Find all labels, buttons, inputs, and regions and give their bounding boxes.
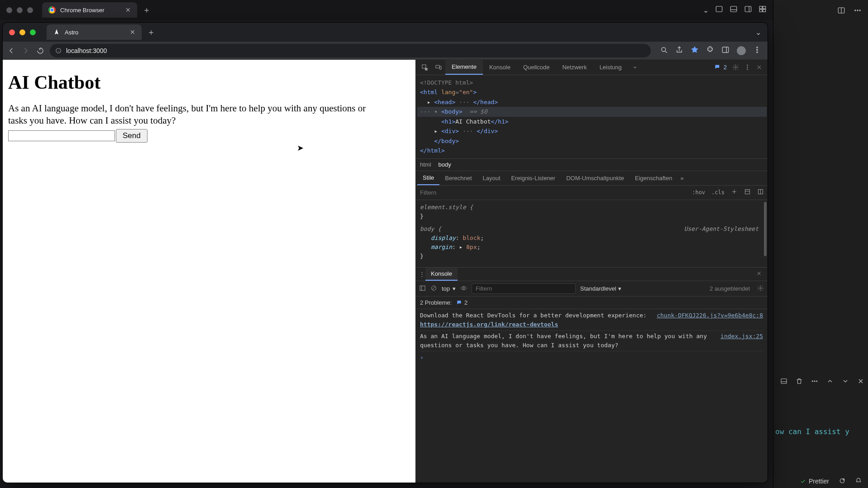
- editor-more-icon[interactable]: [854, 6, 862, 16]
- console-prompt[interactable]: ›: [420, 351, 763, 364]
- console-problems-bar[interactable]: 2 Probleme: 2: [415, 297, 768, 309]
- styles-computed-toggle-icon[interactable]: [757, 188, 764, 196]
- profile-avatar[interactable]: [737, 46, 746, 55]
- share-icon[interactable]: [675, 46, 683, 56]
- chat-input[interactable]: [8, 130, 115, 141]
- styles-subtabs: Stile Berechnet Layout Ereignis-Listener…: [415, 171, 768, 186]
- tab-performance[interactable]: Leistung: [593, 60, 628, 75]
- window-close-dot[interactable]: [9, 29, 15, 35]
- bookmark-star-icon[interactable]: [691, 46, 699, 56]
- outer-new-tab-button[interactable]: ＋: [143, 5, 151, 15]
- dom-breadcrumbs[interactable]: html body: [415, 158, 768, 171]
- new-style-rule-icon[interactable]: [731, 188, 738, 196]
- devtools-kebab-icon[interactable]: [741, 64, 753, 71]
- window-max-dot[interactable]: [30, 29, 36, 35]
- drawer-tab-console[interactable]: Konsole: [425, 268, 458, 281]
- hov-toggle[interactable]: :hov: [692, 189, 705, 196]
- tab-elements[interactable]: Elemente: [445, 60, 483, 75]
- log-source-link[interactable]: index.jsx:25: [720, 332, 763, 341]
- styles-filter-input[interactable]: [419, 189, 686, 196]
- subtab-properties[interactable]: Eigenschaften: [630, 171, 677, 185]
- console-level-select[interactable]: Standardlevel▾: [580, 285, 621, 292]
- address-bar[interactable]: localhost:3000: [50, 44, 651, 57]
- editor-split-icon[interactable]: [837, 6, 845, 16]
- issues-indicator[interactable]: 2: [714, 64, 727, 71]
- console-filter-input[interactable]: [472, 283, 576, 294]
- layout-icon-1[interactable]: [715, 5, 723, 15]
- tabs-overflow-icon[interactable]: [628, 64, 642, 71]
- console-sidebar-icon[interactable]: [419, 285, 426, 293]
- log-source-link[interactable]: chunk-DFKQJ226.js?v=9e6b4e8c:8: [657, 311, 763, 320]
- subtab-layout[interactable]: Layout: [477, 171, 506, 185]
- styles-panel-icon[interactable]: [744, 188, 751, 196]
- crumb-body[interactable]: body: [439, 161, 451, 168]
- outer-min-dot[interactable]: [17, 7, 23, 13]
- editor-panel-icon[interactable]: [780, 378, 787, 386]
- feedback-icon[interactable]: [839, 478, 845, 485]
- problems-label: 2 Probleme:: [420, 299, 452, 306]
- console-context-select[interactable]: top ▾: [442, 285, 456, 292]
- subtab-dom-breakpoints[interactable]: DOM-Umschaltpunkte: [561, 171, 630, 185]
- svg-point-24: [662, 47, 666, 51]
- nav-forward-button[interactable]: [21, 46, 31, 56]
- outer-tab-chrome[interactable]: Chrome Browser ✕: [42, 2, 137, 18]
- console-live-expression-icon[interactable]: [460, 285, 467, 293]
- subtab-listeners[interactable]: Ereignis-Listener: [506, 171, 561, 185]
- window-min-dot[interactable]: [19, 29, 25, 35]
- editor-chevron-up-icon[interactable]: [826, 378, 834, 386]
- site-info-icon[interactable]: [55, 48, 62, 54]
- tab-network[interactable]: Netzwerk: [556, 60, 593, 75]
- tab-title: Astro: [65, 29, 78, 36]
- subtabs-overflow-icon[interactable]: »: [680, 175, 683, 182]
- outer-close-dot[interactable]: [6, 7, 12, 13]
- subtab-computed[interactable]: Berechnet: [439, 171, 477, 185]
- layout-icon-3[interactable]: [744, 5, 752, 15]
- console-hidden-count[interactable]: 2 ausgeblendet: [710, 285, 750, 292]
- console-log[interactable]: chunk-DFKQJ226.js?v=9e6b4e8c:8 Download …: [415, 309, 768, 483]
- styles-rules[interactable]: element.style { } User-Agent-Stylesheet …: [415, 200, 768, 268]
- new-tab-button[interactable]: ＋: [147, 27, 155, 38]
- bell-icon[interactable]: [855, 478, 862, 485]
- drawer-close-icon[interactable]: [756, 270, 762, 278]
- tabs-chevron-icon[interactable]: ⌄: [755, 28, 761, 37]
- editor-ellipsis-icon[interactable]: [811, 378, 818, 386]
- inspect-element-icon[interactable]: [418, 64, 432, 71]
- svg-point-48: [463, 287, 465, 289]
- react-devtools-link[interactable]: https://reactjs.org/link/react-devtools: [420, 321, 558, 328]
- browser-tab[interactable]: Astro ✕: [47, 24, 142, 40]
- dom-tree[interactable]: <!DOCTYPE html> <html lang="en"> ▸ <head…: [415, 75, 768, 158]
- devtools-close-icon[interactable]: [753, 64, 765, 71]
- editor-chevron-down-icon[interactable]: [842, 378, 849, 386]
- nav-back-button[interactable]: [6, 46, 16, 56]
- tab-close-icon[interactable]: ✕: [130, 29, 135, 36]
- outer-max-dot[interactable]: [27, 7, 33, 13]
- tab-sources[interactable]: Quellcode: [517, 60, 556, 75]
- console-clear-icon[interactable]: [430, 285, 437, 293]
- extensions-icon[interactable]: [706, 46, 714, 56]
- layout-icon-4[interactable]: [758, 5, 767, 15]
- kebab-menu-icon[interactable]: [753, 46, 761, 56]
- device-toolbar-icon[interactable]: [432, 64, 445, 71]
- url-text: localhost:3000: [66, 47, 107, 54]
- outer-tab-close-icon[interactable]: ✕: [125, 6, 131, 14]
- drawer-handle-icon[interactable]: ⋮: [418, 271, 425, 277]
- sidepanel-icon[interactable]: [721, 46, 730, 56]
- cls-toggle[interactable]: .cls: [711, 189, 725, 196]
- send-button[interactable]: Send: [116, 129, 148, 143]
- editor-close-icon[interactable]: [857, 378, 864, 386]
- desktop: ow can I assist y Prettier Chrome Browse…: [0, 0, 868, 488]
- console-settings-icon[interactable]: [757, 285, 764, 293]
- zoom-icon[interactable]: [660, 46, 668, 56]
- tab-console[interactable]: Konsole: [483, 60, 517, 75]
- scrollbar-thumb[interactable]: [764, 202, 767, 256]
- editor-trash-icon[interactable]: [796, 378, 803, 386]
- subtab-styles[interactable]: Stile: [417, 171, 439, 185]
- problems-count: 2: [464, 299, 467, 306]
- devtools-settings-icon[interactable]: [730, 64, 741, 71]
- layout-icon-2[interactable]: [730, 5, 738, 15]
- outer-tabs-chevron-icon[interactable]: ⌄: [703, 6, 709, 14]
- nav-reload-button[interactable]: [35, 46, 45, 56]
- prettier-status[interactable]: Prettier: [800, 478, 829, 485]
- svg-rect-32: [436, 65, 439, 68]
- crumb-html[interactable]: html: [420, 161, 431, 168]
